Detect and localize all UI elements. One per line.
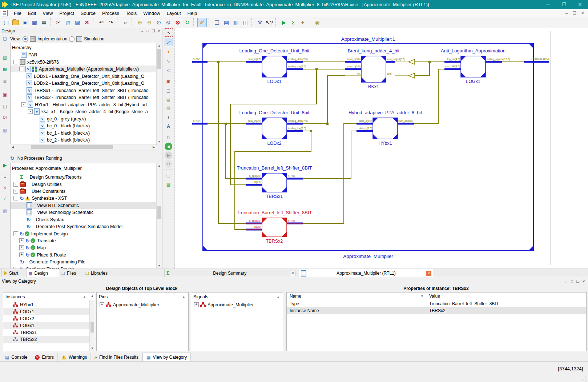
tree-item-hybx1[interactable]: HYbx1 - Hybrid_adaptive_PPA_adder_8_bit … [11, 101, 157, 108]
remove-block-icon[interactable]: ▢ [165, 87, 172, 94]
panel-float-button[interactable]: ↔ [139, 29, 145, 33]
instance-lodx1[interactable]: LODx1 [3, 308, 95, 315]
implementation-radio[interactable] [23, 36, 28, 42]
highlighter-tool-icon[interactable]: ✐ [197, 18, 207, 27]
expander[interactable] [19, 245, 24, 250]
panel-maximize-button[interactable]: □ [145, 29, 150, 33]
process-gen-programming-file[interactable]: ↻ Generate Programming File [11, 258, 157, 265]
expander[interactable] [13, 231, 18, 236]
block-lodx1[interactable]: Leading_One_Detector_Unit_8bit data_in(7… [239, 48, 310, 84]
port-product[interactable]: Product(15:0) [524, 57, 549, 63]
sort-asc-icon[interactable]: ▲ [277, 295, 280, 299]
tab-find-in-files[interactable]: ⌕ Find in Files Results [91, 353, 142, 362]
rerun-all-icon[interactable]: ✓ [2, 195, 8, 202]
tree-item-device[interactable]: xc5vlx50-2ff676 [11, 59, 157, 65]
process-synthesize[interactable]: ↻ Synthesize - XST [11, 195, 157, 202]
instance-hybx1[interactable]: HYbx1 [3, 301, 95, 308]
open-file-icon[interactable] [11, 18, 20, 27]
instance-lodx2[interactable]: LODx2 [3, 315, 95, 322]
tree-item-tbrsx1[interactable]: TBRSx1 - Truncation_Barrel_left_Shifter_… [11, 87, 157, 94]
properties-col-name[interactable]: Name [290, 294, 301, 299]
menu-process[interactable]: Process [99, 10, 122, 17]
close-button[interactable]: ✕ [572, 0, 588, 9]
run-icon[interactable]: ▶ [279, 18, 288, 27]
instances-scrollbar[interactable]: ▲ ▼ [89, 300, 95, 351]
close-summary-tab[interactable]: ✕ [290, 271, 295, 276]
tab-files[interactable]: ❏ Files [59, 269, 85, 277]
hierarchy-vscrollbar[interactable]: ▲ ▼ [156, 43, 162, 144]
process-gen-post-synthesis[interactable]: ↻ Generate Post-Synthesis Simulation Mod… [11, 223, 157, 230]
menu-help[interactable]: Help [184, 10, 201, 17]
tree-item-lodx1[interactable]: LODx1 - Leading_One_Detector_Unit_8bit (… [11, 73, 157, 80]
columns-icon[interactable]: ▥ [2, 127, 8, 133]
expander[interactable] [19, 238, 24, 243]
block-tbrsx2-selected[interactable]: Truncation_Barrel_left_Shifter_8BIT a_ap… [237, 210, 312, 244]
block-bkx1[interactable]: Brent_kung_adder_4_bit input_a(3:0) inpu… [345, 48, 405, 89]
autoplace-icon[interactable]: ✦ [165, 48, 172, 56]
instance-tbrsx1[interactable]: TBRSx1 [3, 329, 95, 336]
expander[interactable] [28, 109, 33, 114]
add-source-icon[interactable]: ▧ [2, 54, 8, 60]
tab-start[interactable]: Start [1, 269, 28, 277]
tab-console[interactable]: ▤ Console [1, 353, 31, 362]
menu-tools[interactable]: Tools [122, 10, 140, 17]
panel-dock-button[interactable]: ❏ [150, 29, 156, 33]
expander[interactable] [194, 302, 199, 307]
add-label-icon[interactable]: A [165, 122, 172, 130]
sort-asc-icon[interactable]: ▲ [182, 295, 185, 299]
tab-warnings[interactable]: Warnings [58, 353, 91, 362]
mdi-minimize-button[interactable]: ‒ [563, 11, 570, 16]
resize-grip[interactable] [582, 377, 587, 382]
add-block-icon[interactable]: ▣ [165, 78, 172, 85]
paste-icon[interactable]: ▨ [73, 18, 82, 27]
tab-view-by-category[interactable]: ▦ View by Category [142, 353, 191, 362]
refresh-icon[interactable]: ↻ [183, 18, 192, 27]
simulation-radio[interactable] [69, 36, 74, 42]
tile-horizontal-icon[interactable]: ▤ [222, 18, 231, 27]
process-design-utilities[interactable]: Design Utilities [11, 181, 157, 188]
tree-item-bc2[interactable]: bc_2 - black (black.v) [11, 136, 157, 143]
toolbar-overflow-chevron[interactable]: » [121, 18, 130, 27]
pin-icon[interactable]: ⍿ [165, 114, 172, 121]
menu-view[interactable]: View [39, 10, 56, 17]
mdi-restore-button[interactable]: ❐ [571, 11, 578, 16]
report-icon[interactable]: ▣ [2, 91, 8, 98]
expander[interactable] [21, 102, 26, 107]
mdi-close-button[interactable]: ✕ [579, 11, 586, 16]
block-logx1[interactable]: Anti_Logarithm_Approximation log_ab(4:0)… [441, 48, 510, 84]
zoom-in-icon[interactable]: ⊕ [136, 18, 144, 27]
expander[interactable] [100, 302, 104, 307]
tree-item-lodx2[interactable]: LODx2 - Leading_One_Detector_Unit_8bit (… [11, 80, 157, 87]
sort-desc-icon[interactable]: ▼ [420, 294, 424, 298]
zoom-fit-icon[interactable]: ⤢ [165, 38, 173, 46]
process-map[interactable]: ↻ ✓ Map [11, 244, 157, 251]
print-icon[interactable]: ▤ [40, 18, 48, 27]
close-rtl-tab[interactable]: ✕ [426, 271, 431, 276]
sigma-reports-icon[interactable]: Σ [289, 18, 298, 27]
sheet-prev-icon[interactable]: ❏ [165, 172, 172, 179]
zoom-selection-icon[interactable]: ⊚ [164, 18, 173, 27]
panel-maximize-button[interactable]: □ [569, 279, 575, 283]
context-help-icon[interactable]: ↖? [265, 18, 274, 27]
tree-item-par[interactable]: PAR [11, 51, 157, 58]
alarm-icon[interactable]: ⚐ [165, 134, 172, 142]
sheet-grid-icon[interactable]: ▦ [165, 180, 172, 188]
redo-icon[interactable]: ↷ [106, 18, 115, 27]
pins-root-item[interactable]: Approximate_Multiplier [97, 301, 188, 308]
instance-icon[interactable]: ▤ [165, 95, 172, 103]
new-source-icon[interactable]: ▢ [2, 35, 8, 41]
process-check-syntax[interactable]: ↻ Check Syntax [11, 216, 157, 223]
zoom-full-view-icon[interactable]: ⊙ [154, 18, 163, 27]
menu-file[interactable]: File [11, 10, 25, 17]
process-columns-icon[interactable]: ▥ [2, 208, 8, 214]
process-place-route[interactable]: ↻ ✓ Place & Route [11, 251, 157, 258]
back-nav-icon[interactable]: ◀ [165, 143, 172, 150]
block-lodx2[interactable]: Leading_One_Detector_Unit_8bit data_in(7… [239, 110, 310, 146]
signals-root-item[interactable]: Approximate_Multiplier [191, 301, 283, 308]
panel-close-button[interactable]: ✕ [156, 29, 162, 33]
tree-item-bc0[interactable]: bc_0 - black (black.v) [11, 122, 157, 129]
process-view-rtl-schematic[interactable]: View RTL Schematic [11, 202, 157, 209]
expander[interactable] [13, 196, 18, 200]
menu-project[interactable]: Project [56, 10, 77, 17]
tree-item-top-module[interactable]: Approximate_Multiplier (Approximate_Mult… [11, 65, 157, 72]
